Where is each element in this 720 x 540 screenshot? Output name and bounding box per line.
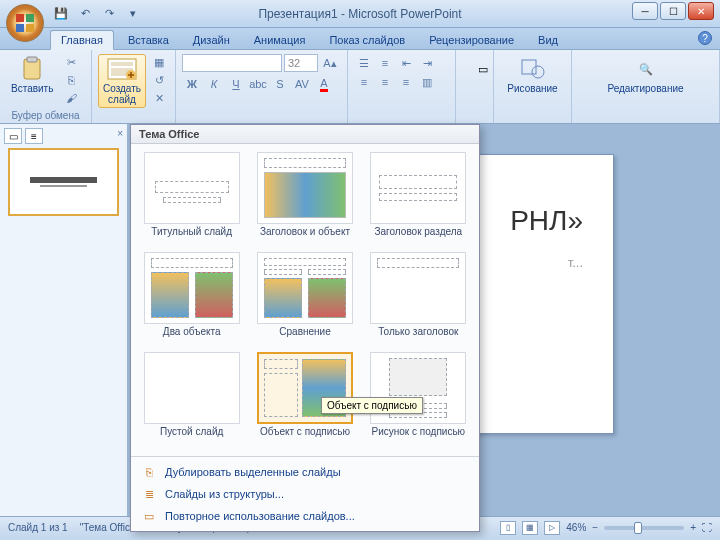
drawing-icon bbox=[517, 57, 549, 81]
delete-slide-icon[interactable]: ✕ bbox=[150, 90, 168, 106]
maximize-button[interactable]: ☐ bbox=[660, 2, 686, 20]
svg-rect-0 bbox=[16, 14, 24, 22]
layout-blank[interactable]: Пустой слайд bbox=[139, 352, 244, 448]
fit-to-window-icon[interactable]: ⛶ bbox=[702, 522, 712, 533]
layout-section-header[interactable]: Заголовок раздела bbox=[366, 152, 471, 248]
quick-access-toolbar: 💾 ↶ ↷ ▾ bbox=[52, 5, 142, 23]
grow-font-icon[interactable]: A▴ bbox=[320, 54, 340, 72]
zoom-slider[interactable] bbox=[604, 526, 684, 530]
layout-title-only[interactable]: Только заголовок bbox=[366, 252, 471, 348]
menu-slides-from-outline[interactable]: ≣Слайды из структуры... bbox=[131, 483, 479, 505]
reset-icon[interactable]: ↺ bbox=[150, 72, 168, 88]
outline-tab-icon[interactable]: ≡ bbox=[25, 128, 43, 144]
bold-icon[interactable]: Ж bbox=[182, 75, 202, 93]
ribbon: Вставить ✂ ⎘ 🖌 Буфер обмена Создать слай… bbox=[0, 50, 720, 124]
svg-rect-1 bbox=[26, 14, 34, 22]
undo-icon[interactable]: ↶ bbox=[76, 5, 94, 23]
svg-rect-2 bbox=[16, 24, 24, 32]
help-icon[interactable]: ? bbox=[698, 31, 712, 45]
new-slide-label: Создать слайд bbox=[103, 83, 141, 105]
layout-comparison[interactable]: Сравнение bbox=[252, 252, 357, 348]
slide-thumbnail-1[interactable] bbox=[8, 148, 119, 216]
close-button[interactable]: ✕ bbox=[688, 2, 714, 20]
redo-icon[interactable]: ↷ bbox=[100, 5, 118, 23]
format-painter-icon[interactable]: 🖌 bbox=[62, 90, 80, 106]
tab-insert[interactable]: Вставка bbox=[118, 31, 179, 49]
numbering-icon[interactable]: ≡ bbox=[375, 54, 395, 72]
office-button[interactable] bbox=[6, 4, 44, 42]
layout-title-content[interactable]: Заголовок и объект bbox=[252, 152, 357, 248]
font-color-icon[interactable]: A bbox=[314, 75, 334, 93]
tab-animations[interactable]: Анимация bbox=[244, 31, 316, 49]
zoom-in-icon[interactable]: + bbox=[690, 522, 696, 533]
svg-rect-5 bbox=[27, 57, 37, 62]
save-icon[interactable]: 💾 bbox=[52, 5, 70, 23]
align-center-icon[interactable]: ≡ bbox=[375, 73, 395, 91]
group-clipboard-label: Буфер обмена bbox=[6, 108, 85, 121]
bullets-icon[interactable]: ☰ bbox=[354, 54, 374, 72]
zoom-out-icon[interactable]: − bbox=[592, 522, 598, 533]
shadow-icon[interactable]: S bbox=[270, 75, 290, 93]
gallery-header: Тема Office bbox=[131, 125, 479, 144]
status-slide-count: Слайд 1 из 1 bbox=[8, 522, 68, 533]
new-slide-icon bbox=[106, 57, 138, 81]
zoom-level[interactable]: 46% bbox=[566, 522, 586, 533]
find-icon: 🔍 bbox=[630, 57, 662, 81]
menu-reuse-slides[interactable]: ▭Повторное использование слайдов... bbox=[131, 505, 479, 527]
tab-slideshow[interactable]: Показ слайдов bbox=[319, 31, 415, 49]
titlebar: 💾 ↶ ↷ ▾ Презентация1 - Microsoft PowerPo… bbox=[0, 0, 720, 28]
layout-two-content[interactable]: Два объекта bbox=[139, 252, 244, 348]
ribbon-tabs: Главная Вставка Дизайн Анимация Показ сл… bbox=[0, 28, 720, 50]
layout-gallery: Тема Office Титульный слайд Заголовок и … bbox=[130, 124, 480, 532]
menu-duplicate-slides[interactable]: ⎘Дублировать выделенные слайды bbox=[131, 461, 479, 483]
clipboard-icon bbox=[16, 57, 48, 81]
paste-button[interactable]: Вставить bbox=[6, 54, 58, 97]
new-slide-button[interactable]: Создать слайд bbox=[98, 54, 146, 108]
strike-icon[interactable]: abc bbox=[248, 75, 268, 93]
underline-icon[interactable]: Ч bbox=[226, 75, 246, 93]
svg-rect-7 bbox=[111, 62, 133, 66]
align-right-icon[interactable]: ≡ bbox=[396, 73, 416, 91]
tab-design[interactable]: Дизайн bbox=[183, 31, 240, 49]
indent-left-icon[interactable]: ⇤ bbox=[396, 54, 416, 72]
tab-review[interactable]: Рецензирование bbox=[419, 31, 524, 49]
duplicate-icon: ⎘ bbox=[141, 464, 157, 480]
cut-icon[interactable]: ✂ bbox=[62, 54, 80, 70]
qat-dropdown-icon[interactable]: ▾ bbox=[124, 5, 142, 23]
copy-icon[interactable]: ⎘ bbox=[62, 72, 80, 88]
outline-icon: ≣ bbox=[141, 486, 157, 502]
reuse-icon: ▭ bbox=[141, 508, 157, 524]
window-title: Презентация1 - Microsoft PowerPoint bbox=[258, 7, 461, 21]
tab-view[interactable]: Вид bbox=[528, 31, 568, 49]
indent-right-icon[interactable]: ⇥ bbox=[417, 54, 437, 72]
slideshow-view-icon[interactable]: ▷ bbox=[544, 521, 560, 535]
font-size-combo[interactable]: 32 bbox=[284, 54, 318, 72]
sorter-view-icon[interactable]: ▦ bbox=[522, 521, 538, 535]
layout-icon[interactable]: ▦ bbox=[150, 54, 168, 70]
slides-tab-icon[interactable]: ▭ bbox=[4, 128, 22, 144]
align-left-icon[interactable]: ≡ bbox=[354, 73, 374, 91]
char-spacing-icon[interactable]: AV bbox=[292, 75, 312, 93]
svg-point-11 bbox=[532, 66, 544, 78]
editing-button[interactable]: 🔍 Редактирование bbox=[578, 54, 713, 97]
slide-panel: ▭ ≡ × bbox=[0, 124, 128, 516]
panel-close-icon[interactable]: × bbox=[117, 128, 123, 144]
drawing-button[interactable]: Рисование bbox=[500, 54, 565, 97]
layout-title-slide[interactable]: Титульный слайд bbox=[139, 152, 244, 248]
tooltip: Объект с подписью bbox=[321, 397, 423, 414]
minimize-button[interactable]: ─ bbox=[632, 2, 658, 20]
font-family-combo[interactable] bbox=[182, 54, 282, 72]
italic-icon[interactable]: К bbox=[204, 75, 224, 93]
svg-rect-3 bbox=[26, 24, 34, 32]
tab-home[interactable]: Главная bbox=[50, 30, 114, 50]
normal-view-icon[interactable]: ▯ bbox=[500, 521, 516, 535]
workspace: ▭ ≡ × РНЛ» т... Тема Office Титульный сл… bbox=[0, 124, 720, 516]
columns-icon[interactable]: ▥ bbox=[417, 73, 437, 91]
